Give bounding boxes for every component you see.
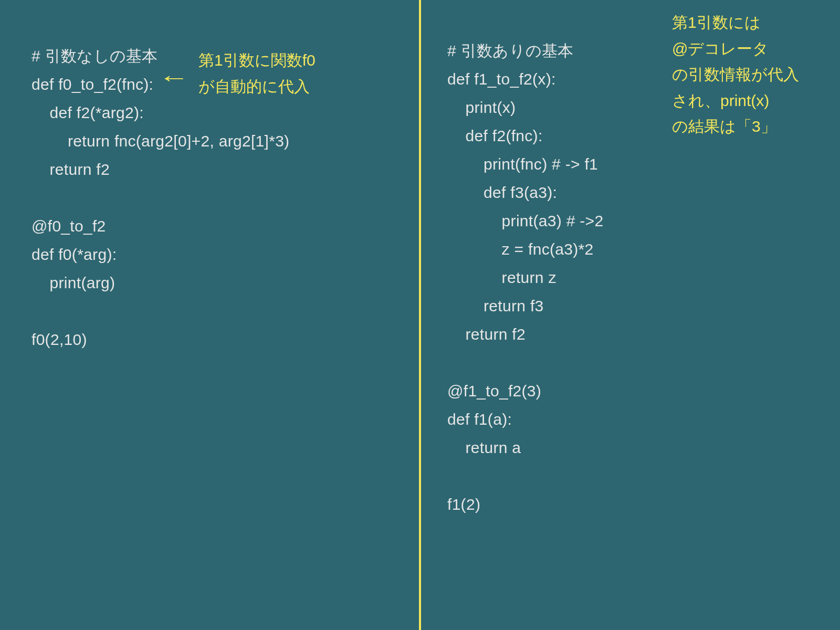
right-panel: # 引数ありの基本 def f1_to_f2(x): print(x) def … bbox=[421, 0, 840, 630]
arrow-left-icon: ← bbox=[159, 58, 190, 98]
left-panel: # 引数なしの基本 def f0_to_f2(fnc): def f2(*arg… bbox=[0, 0, 419, 630]
left-annotation: 第1引数に関数f0 が自動的に代入 bbox=[198, 47, 316, 99]
right-annotation: 第1引数には @デコレータ の引数情報が代入 され、print(x) の結果は「… bbox=[672, 9, 799, 140]
